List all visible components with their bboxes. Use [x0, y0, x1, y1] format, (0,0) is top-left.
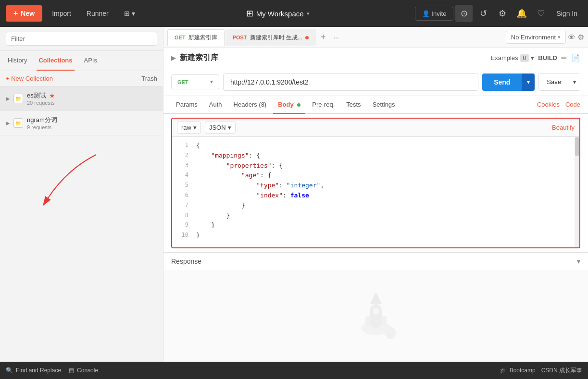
environment-select[interactable]: No Environment ▾: [506, 31, 566, 44]
code-button[interactable]: Code: [565, 101, 580, 108]
code-line-1: 1 {: [172, 141, 579, 151]
send-button[interactable]: Send: [482, 73, 522, 91]
signin-button[interactable]: Sign In: [551, 7, 582, 20]
workspace-label: My Workspace: [256, 10, 304, 18]
svg-point-8: [387, 327, 394, 334]
unsaved-dot: [305, 36, 309, 39]
tab-body[interactable]: Body: [273, 96, 305, 114]
bottom-right: 🎓 Bootcamp CSDN 成长军事: [500, 367, 582, 375]
editor-scroll: 1 { 2 "mappings": { 3 "properties": { 4: [172, 137, 579, 247]
svg-rect-9: [387, 333, 394, 339]
url-bar: GET ▾ Send ▾ Save ▾: [163, 68, 588, 96]
collection-requests: 20 requests: [27, 100, 157, 106]
code-editor[interactable]: 1 { 2 "mappings": { 3 "properties": { 4: [172, 137, 579, 247]
url-input[interactable]: [223, 73, 478, 91]
sidebar-tab-collections[interactable]: Collections: [37, 51, 74, 71]
send-chevron-button[interactable]: ▾: [522, 73, 535, 91]
scrollbar-thumb[interactable]: [575, 137, 579, 156]
code-line-2: 2 "mappings": {: [172, 151, 579, 161]
sidebar-tab-apis[interactable]: APIs: [82, 51, 99, 71]
workspace-chevron-icon: ▾: [307, 11, 310, 17]
invite-button[interactable]: 👤 Invite: [415, 7, 454, 21]
bell-icon-button[interactable]: 🔔: [513, 5, 530, 22]
method-value: GET: [177, 79, 188, 85]
tab-prereq[interactable]: Pre-req.: [307, 96, 339, 114]
import-button[interactable]: Import: [46, 6, 77, 21]
person-icon: 👤: [422, 10, 430, 17]
examples-count: 0: [520, 54, 529, 62]
method-chevron-icon: ▾: [210, 79, 213, 85]
method-get-label: GET: [175, 35, 186, 40]
response-right: ▾: [577, 257, 580, 265]
doc-icon[interactable]: 📄: [571, 54, 580, 62]
workspace-button[interactable]: ⊞ My Workspace ▾: [246, 8, 310, 19]
add-tab-button[interactable]: +: [317, 32, 330, 42]
language-chevron-icon: ▾: [228, 124, 231, 131]
svg-marker-3: [370, 292, 382, 304]
new-collection-button[interactable]: + New Collection: [6, 75, 53, 82]
console-icon: ▤: [69, 367, 74, 374]
format-label: raw: [181, 124, 191, 131]
tab-params[interactable]: Params: [171, 96, 202, 114]
new-label: New: [21, 10, 35, 17]
sliders-icon[interactable]: ⚙: [577, 33, 584, 42]
collection-item-0[interactable]: ▶ 📁 es测试 ★ 20 requests: [0, 86, 163, 111]
eye-icon[interactable]: 👁: [568, 33, 575, 42]
sidebar-tab-history[interactable]: History: [6, 51, 29, 71]
tab-headers[interactable]: Headers (8): [229, 96, 272, 114]
sync-icon-button[interactable]: ↺: [475, 5, 492, 22]
new-button[interactable]: + New: [6, 5, 42, 22]
build-button[interactable]: BUILD: [538, 54, 557, 61]
console-button[interactable]: ▤ Console: [69, 367, 98, 374]
method-post-label: POST: [233, 35, 247, 40]
response-chevron-icon[interactable]: ▾: [577, 257, 580, 265]
topbar: + New Import Runner ⊞ ▾ ⊞ My Workspace ▾…: [0, 0, 588, 27]
layout-button[interactable]: ⊞ ▾: [118, 6, 141, 21]
tab-tests[interactable]: Tests: [341, 96, 365, 114]
runner-button[interactable]: Runner: [81, 6, 114, 21]
collection-name: ngram分词: [27, 116, 157, 124]
expand-icon[interactable]: ▶: [171, 54, 176, 61]
more-tabs-button[interactable]: ···: [330, 34, 342, 41]
collection-icon: 📁: [13, 94, 23, 103]
request-tab-0[interactable]: GET 新建索引库: [167, 29, 225, 46]
wifi-icon-button[interactable]: ⊙: [455, 5, 473, 22]
format-select[interactable]: raw ▾: [177, 122, 201, 134]
sidebar-search-area: [0, 27, 163, 51]
edit-icon[interactable]: ✏: [561, 54, 567, 62]
save-chevron-button[interactable]: ▾: [569, 73, 580, 91]
cookies-button[interactable]: Cookies: [537, 101, 560, 108]
settings-icon-button[interactable]: ⚙: [494, 5, 511, 22]
examples-button[interactable]: Examples 0 ▾: [491, 54, 535, 62]
content-area: GET 新建索引库 POST 新建索引库时 生成... + ··· No Env…: [163, 27, 588, 362]
beautify-button[interactable]: Beautify: [552, 124, 575, 131]
code-line-4: 4 "age": {: [172, 171, 579, 181]
search-input[interactable]: [6, 32, 157, 46]
request-tab-1[interactable]: POST 新建索引库时 生成...: [225, 29, 316, 46]
vertical-scrollbar[interactable]: [575, 137, 579, 247]
arrow-annotation: [29, 140, 125, 217]
body-tabs: Params Auth Headers (8) Body Pre-req. Te…: [163, 96, 588, 114]
sidebar-content: ▶ 📁 es测试 ★ 20 requests ▶ 📁 ngram分词: [0, 86, 163, 362]
svg-rect-2: [370, 304, 382, 328]
method-select[interactable]: GET ▾: [171, 74, 219, 89]
response-bar: Response ▾: [163, 252, 588, 270]
tab-title: 新建索引库时 生成...: [250, 34, 302, 42]
tab-auth[interactable]: Auth: [204, 96, 227, 114]
bootcamp-button[interactable]: 🎓 Bootcamp: [500, 367, 536, 374]
sidebar: History Collections APIs + New Collectio…: [0, 27, 163, 362]
save-button-group: Save ▾: [538, 73, 580, 91]
csdn-label: CSDN 成长军事: [541, 367, 582, 375]
save-button[interactable]: Save: [538, 73, 569, 91]
language-label: JSON: [209, 124, 226, 131]
env-label: No Environment: [511, 34, 556, 41]
heart-icon-button[interactable]: ♡: [532, 5, 550, 22]
bottom-bar: 🔍 Find and Replace ▤ Console 🎓 Bootcamp …: [0, 362, 588, 379]
trash-button[interactable]: Trash: [141, 75, 157, 82]
collection-item-1[interactable]: ▶ 📁 ngram分词 9 requests: [0, 111, 163, 135]
find-replace-button[interactable]: 🔍 Find and Replace: [6, 367, 61, 374]
language-select[interactable]: JSON ▾: [205, 122, 236, 134]
code-line-6: 6 "index": false: [172, 191, 579, 201]
tab-settings[interactable]: Settings: [368, 96, 400, 114]
editor-area: raw ▾ JSON ▾ Beautify 1 { 2: [171, 118, 580, 248]
